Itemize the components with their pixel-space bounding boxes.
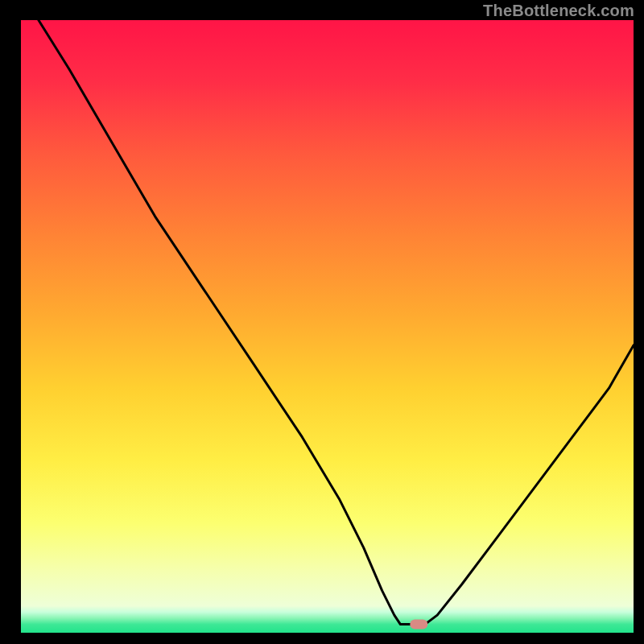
optimal-marker: [410, 620, 427, 630]
chart-container: TheBottleneck.com: [0, 0, 644, 644]
plot-background: [20, 20, 634, 634]
watermark-text: TheBottleneck.com: [483, 2, 634, 20]
bottleneck-chart: [0, 0, 644, 644]
